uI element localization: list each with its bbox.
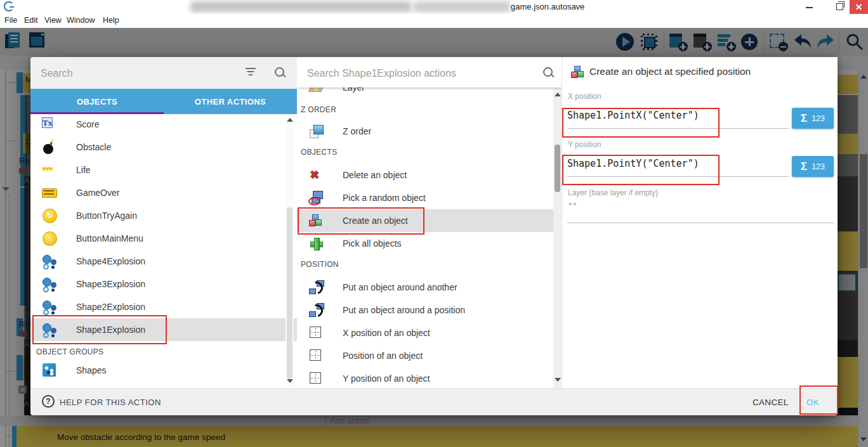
pick-random-icon — [308, 190, 324, 205]
bomb-icon: ✦ — [42, 139, 57, 155]
list-item[interactable]: Shape4Explosion — [30, 250, 297, 273]
scroll-up-icon[interactable] — [555, 93, 561, 96]
list-item[interactable]: Put an object around another — [297, 276, 553, 299]
position-icon — [308, 325, 324, 340]
object-list-scrollbar[interactable] — [286, 115, 294, 387]
expression-builder-button[interactable]: Σ 123 — [792, 108, 834, 129]
list-item[interactable]: Z order — [297, 120, 553, 143]
annotation-box-y-position — [562, 155, 720, 185]
object-name: Shapes — [76, 365, 106, 375]
tab-objects[interactable]: OBJECTS — [30, 89, 164, 114]
redacted-title-text — [414, 1, 510, 12]
scroll-down-icon[interactable] — [287, 379, 293, 383]
window-titlebar: game.json.autosave — [0, 0, 868, 14]
position-header: POSITION — [301, 260, 339, 269]
close-icon[interactable] — [850, 0, 868, 14]
particles-icon — [42, 254, 57, 269]
sigma-icon: Σ — [801, 160, 807, 173]
selector-tabs: OBJECTS OTHER ACTIONS — [30, 89, 297, 114]
object-name: Shape4Explosion — [76, 256, 145, 266]
tab-objects-label: OBJECTS — [77, 97, 117, 107]
action-title: Create an object at specified position — [589, 66, 751, 77]
input-underline — [567, 223, 834, 223]
menu-window[interactable]: Window — [67, 16, 95, 25]
annotation-box-ok — [799, 385, 838, 415]
create-object-icon — [570, 65, 586, 80]
gameover-icon — [42, 185, 57, 200]
minimize-icon[interactable] — [806, 7, 813, 8]
action-search-input[interactable] — [306, 64, 537, 83]
list-item[interactable]: Delete an object — [297, 164, 553, 186]
action-name: X position of an object — [343, 328, 430, 338]
cancel-button[interactable]: CANCEL — [753, 398, 789, 407]
action-name: Put an object around a position — [343, 305, 465, 315]
z-order-icon — [308, 124, 324, 139]
scrollbar-thumb[interactable] — [287, 207, 293, 379]
delete-object-icon — [308, 167, 324, 183]
x-position-label: X position — [568, 92, 602, 101]
list-item[interactable]: Position of an object — [297, 344, 553, 367]
menu-view[interactable]: View — [44, 16, 62, 25]
redacted-title-text — [190, 1, 411, 12]
list-item[interactable]: GameOver — [30, 181, 297, 204]
action-name: Delete an object — [343, 170, 407, 180]
tab-other-actions-label: OTHER ACTIONS — [195, 97, 266, 107]
action-name: Position of an object — [343, 351, 423, 361]
list-item[interactable]: X position of an object — [297, 321, 553, 344]
expression-builder-button[interactable]: Σ 123 — [792, 156, 834, 177]
list-item[interactable]: Y position of an object — [297, 367, 553, 388]
object-search-bar — [30, 57, 297, 89]
annotation-box-shape1explosion — [32, 315, 167, 344]
menu-file[interactable]: File — [4, 16, 17, 25]
scroll-down-icon[interactable] — [555, 378, 561, 382]
action-parameters-panel: Create an object at specified position X… — [562, 57, 838, 388]
action-search-bar — [297, 57, 562, 87]
object-name: Obstacle — [76, 142, 111, 152]
home-button-icon: ⌂ — [42, 231, 57, 246]
menu-edit[interactable]: Edit — [24, 16, 38, 25]
list-item[interactable]: Tx Score — [30, 114, 297, 136]
action-name: Put an object around another — [343, 282, 457, 292]
gdevelop-window: game.json.autosave File Edit View Window… — [0, 0, 868, 447]
search-icon — [275, 67, 284, 77]
hearts-icon — [42, 162, 61, 178]
action-name: Z order — [343, 126, 371, 136]
put-around-icon — [308, 302, 324, 318]
help-link[interactable]: HELP FOR THIS ACTION — [60, 398, 161, 407]
z-order-header: Z ORDER — [301, 105, 336, 114]
restore-icon[interactable] — [836, 3, 843, 10]
list-item[interactable]: Life — [30, 159, 297, 181]
list-item[interactable]: Pick all objects — [297, 232, 553, 255]
filter-icon[interactable] — [245, 68, 256, 77]
object-name: Life — [76, 165, 91, 175]
list-item[interactable]: ✦ Obstacle — [30, 136, 297, 159]
action-name: Y position of an object — [343, 373, 430, 384]
gdevelop-logo-icon — [4, 1, 14, 11]
object-name: ButtonTryAgain — [76, 211, 137, 221]
dialog-footer: ? HELP FOR THIS ACTION CANCEL OK — [30, 388, 838, 415]
scroll-up-icon[interactable] — [287, 118, 293, 122]
list-item[interactable]: Shapes — [30, 359, 297, 382]
list-item[interactable]: ↻ ButtonTryAgain — [30, 204, 297, 227]
menu-help[interactable]: Help — [103, 16, 119, 25]
list-item[interactable]: ⌂ ButtonMainMenu — [30, 227, 297, 250]
list-item[interactable]: Put an object around a position — [297, 299, 553, 321]
action-name: Pick a random object — [343, 193, 426, 203]
help-icon[interactable]: ? — [42, 395, 55, 408]
object-search-input[interactable] — [39, 64, 232, 83]
list-item[interactable]: Pick a random object — [297, 186, 553, 209]
scrollbar-thumb[interactable] — [555, 145, 560, 192]
sigma-icon: Σ — [801, 112, 807, 125]
object-groups-header: OBJECT GROUPS — [36, 347, 103, 356]
list-item[interactable]: Shape3Explosion — [30, 273, 297, 295]
layer-label: Layer (base layer if empty) — [568, 188, 658, 197]
object-list: Tx Score ✦ Obstacle Life GameOver ↻ — [30, 114, 297, 388]
put-around-icon — [308, 280, 324, 295]
object-name: Shape2Explosion — [76, 302, 145, 312]
action-name: Pick all objects — [343, 238, 402, 249]
tab-other-actions[interactable]: OTHER ACTIONS — [164, 89, 297, 114]
layer-value[interactable]: "" — [568, 202, 577, 211]
object-group-icon — [42, 363, 57, 378]
action-list-scrollbar[interactable] — [553, 87, 562, 388]
y-position-label: Y position — [568, 140, 601, 149]
